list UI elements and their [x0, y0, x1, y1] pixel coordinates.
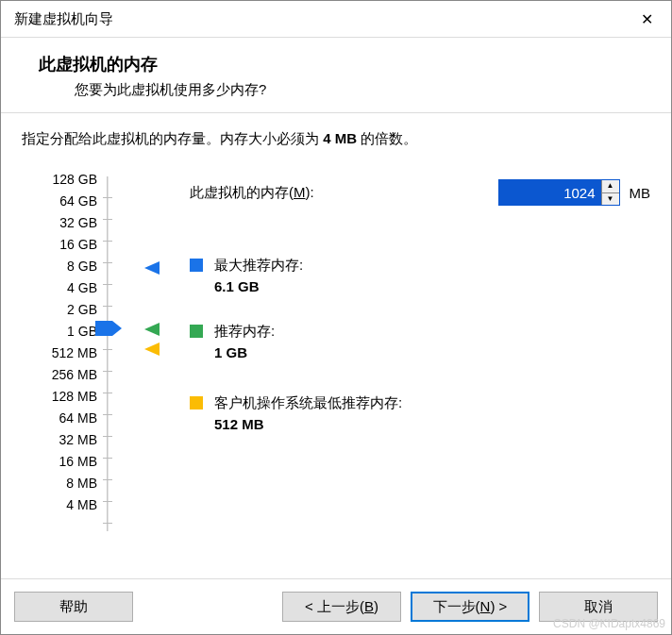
- legend-rec-value: 1 GB: [214, 344, 624, 360]
- wizard-window: 新建虚拟机向导 ✕ 此虚拟机的内存 您要为此虚拟机使用多少内存? 指定分配给此虚…: [0, 0, 672, 635]
- tick-label: 256 MB: [22, 367, 97, 382]
- slider-track: [107, 176, 109, 531]
- spin-down-icon[interactable]: ▼: [602, 193, 619, 206]
- tick-label: 16 MB: [22, 454, 97, 469]
- memory-unit: MB: [630, 185, 651, 201]
- spin-arrows[interactable]: ▲ ▼: [601, 180, 619, 205]
- wizard-header: 此虚拟机的内存 您要为此虚拟机使用多少内存?: [1, 38, 671, 112]
- tick-label: 4 MB: [22, 497, 97, 512]
- tick-label: 128 MB: [22, 389, 97, 404]
- memory-slider[interactable]: 128 GB 64 GB 32 GB 16 GB 8 GB 4 GB 2 GB …: [22, 172, 154, 569]
- legend-min-label: 客户机操作系统最低推荐内存:: [214, 394, 402, 410]
- svg-marker-1: [144, 261, 160, 275]
- close-icon[interactable]: ✕: [628, 10, 665, 28]
- wizard-footer: 帮助 < 上一步(B) 下一步(N) > 取消: [1, 578, 671, 634]
- memory-label: 此虚拟机的内存(M):: [190, 184, 314, 202]
- legend-max-label: 最大推荐内存:: [214, 257, 303, 273]
- tick-label: 64 GB: [22, 193, 97, 209]
- svg-marker-3: [144, 343, 160, 356]
- marker-max-icon: [144, 261, 163, 275]
- tick-label: 16 GB: [22, 237, 97, 252]
- svg-marker-2: [144, 323, 160, 336]
- tick-label: 1 GB: [22, 324, 97, 339]
- swatch-rec-icon: [190, 325, 203, 338]
- tick-label: 512 MB: [22, 345, 97, 360]
- legend-rec: 推荐内存: 1 GB: [190, 323, 624, 360]
- cancel-button[interactable]: 取消: [539, 592, 658, 622]
- tick-label: 8 GB: [22, 259, 97, 274]
- tick-label: 128 GB: [22, 172, 97, 187]
- tick-label: 2 GB: [22, 302, 97, 317]
- memory-spinner[interactable]: ▲ ▼: [498, 179, 620, 206]
- instruction-bold: 4 MB: [323, 130, 357, 146]
- instruction-suffix: 的倍数。: [357, 130, 417, 146]
- page-subtitle: 您要为此虚拟机使用多少内存?: [75, 81, 647, 99]
- memory-row: 此虚拟机的内存(M): ▲ ▼ MB: [190, 179, 650, 206]
- legend-max: 最大推荐内存: 6.1 GB: [190, 257, 624, 294]
- tick-label: 8 MB: [22, 476, 97, 491]
- back-button[interactable]: < 上一步(B): [282, 592, 401, 622]
- memory-spinner-wrap: ▲ ▼ MB: [498, 179, 651, 206]
- spin-up-icon[interactable]: ▲: [602, 180, 619, 193]
- marker-rec-icon: [144, 323, 163, 336]
- page-title: 此虚拟机的内存: [39, 53, 647, 75]
- tick-label: 64 MB: [22, 410, 97, 426]
- memory-input[interactable]: [499, 180, 601, 205]
- title-bar: 新建虚拟机向导 ✕: [1, 1, 671, 38]
- window-title: 新建虚拟机向导: [14, 10, 628, 28]
- tick-label: 32 MB: [22, 432, 97, 447]
- next-button[interactable]: 下一步(N) >: [411, 592, 529, 622]
- help-button[interactable]: 帮助: [14, 592, 133, 622]
- legend-max-value: 6.1 GB: [214, 278, 624, 294]
- swatch-max-icon: [190, 259, 203, 272]
- tick-label: 4 GB: [22, 280, 97, 295]
- swatch-min-icon: [190, 396, 203, 409]
- legend-min-value: 512 MB: [214, 416, 624, 432]
- marker-min-icon: [144, 343, 163, 356]
- legend-rec-label: 推荐内存:: [214, 323, 275, 339]
- legend-min: 客户机操作系统最低推荐内存: 512 MB: [190, 394, 624, 432]
- instruction-text: 指定分配给此虚拟机的内存量。内存大小必须为 4 MB 的倍数。: [22, 130, 650, 148]
- tick-label: 32 GB: [22, 215, 97, 230]
- instruction-prefix: 指定分配给此虚拟机的内存量。内存大小必须为: [22, 130, 323, 146]
- wizard-body: 指定分配给此虚拟机的内存量。内存大小必须为 4 MB 的倍数。 此虚拟机的内存(…: [1, 113, 671, 578]
